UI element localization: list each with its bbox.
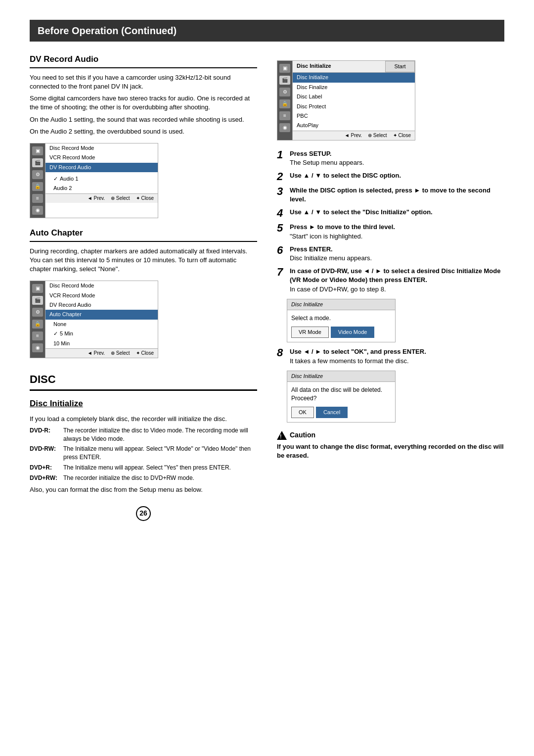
step-8: 8 Use ◄ / ► to select "OK", and press EN… xyxy=(277,347,504,365)
sm-icon-setup: ◉ xyxy=(279,123,290,132)
step-5-content: Press ► to move to the third level. "Sta… xyxy=(290,223,504,240)
page-number-container: 26 xyxy=(30,506,257,521)
step-8-text: It takes a few moments to format the dis… xyxy=(290,357,409,365)
step-2-content: Use ▲ / ▼ to select the DISC option. xyxy=(290,171,504,180)
step-8-content: Use ◄ / ► to select "OK", and press ENTE… xyxy=(290,347,504,365)
steps-list: 1 Press SETUP. The Setup menu appears. 2… xyxy=(277,149,504,423)
def-dvdprw-term: DVD+RW: xyxy=(30,474,63,482)
sm-icon-display: ≡ xyxy=(279,111,290,120)
ok-btn[interactable]: OK xyxy=(291,407,314,418)
ac-footer-select: ⊕ Select xyxy=(111,350,130,357)
step-7-content: In case of DVD-RW, use ◄ / ► to select a… xyxy=(290,267,504,294)
step-7-text: In case of DVD+RW, go to step 8. xyxy=(290,285,386,293)
ac-menu-auto-chapter: Auto Chapter xyxy=(45,310,158,319)
def-dvdrw-term: DVD-RW: xyxy=(30,445,63,462)
step-6-num: 6 xyxy=(277,245,287,256)
ac-menu-dv-record: DV Record Audio xyxy=(45,300,158,310)
dv-menu-item-dv-record: DV Record Audio xyxy=(45,163,158,172)
right-column: ▣ 🎬 ⚙ 🔒 ≡ ◉ Disc Initialize Start Disc I… xyxy=(277,53,504,521)
disc-init-menu2-title: Disc Initialize xyxy=(287,371,395,382)
step-1-bold: Press SETUP. xyxy=(290,150,331,157)
step-6-bold: Press ENTER. xyxy=(290,245,333,253)
def-dvdrw: DVD-RW: The Initialize menu will appear.… xyxy=(30,445,257,462)
sm-disc-initialize: Disc Initialize xyxy=(293,73,415,82)
step-7-bold: In case of DVD-RW, use ◄ / ► to select a… xyxy=(290,267,500,284)
sm-disc-label: Disc Label xyxy=(293,92,415,101)
dv-menu-panel: Disc Record Mode VCR Record Mode DV Reco… xyxy=(45,143,158,218)
disc-init-menu2-message: All data on the disc will be deleted. Pr… xyxy=(291,386,391,403)
dv-menu-footer: ◄ Prev. ⊕ Select ✦ Close xyxy=(45,193,158,203)
disc-initialize-section: Disc Initialize If you load a completely… xyxy=(30,398,257,494)
disc-init-para: If you load a completely blank disc, the… xyxy=(30,415,257,424)
ac-menu-footer: ◄ Prev. ⊕ Select ✦ Close xyxy=(45,348,158,358)
page-number: 26 xyxy=(136,506,151,521)
ac-icon-display: ≡ xyxy=(32,331,43,340)
step-3-bold: While the DISC option is selected, press… xyxy=(290,187,490,203)
icon-disc: ▣ xyxy=(32,146,43,155)
caution-text: If you want to change the disc format, e… xyxy=(277,442,504,460)
left-column: DV Record Audio You need to set this if … xyxy=(30,53,257,521)
def-dvdpr-term: DVD+R: xyxy=(30,464,63,472)
step-1-num: 1 xyxy=(277,149,287,160)
ac-menu-panel: Disc Record Mode VCR Record Mode DV Reco… xyxy=(45,281,158,358)
setup-menu-header-label: Disc Initialize xyxy=(293,61,385,72)
step-4: 4 Use ▲ / ▼ to select the "Disc Initiali… xyxy=(277,208,504,219)
step-4-content: Use ▲ / ▼ to select the "Disc Initialize… xyxy=(290,208,504,217)
ac-icon-setup: ◉ xyxy=(32,343,43,352)
footer-close: ✦ Close xyxy=(136,195,154,202)
ac-icon-film: 🎬 xyxy=(32,296,43,305)
step-5-text: "Start" icon is highlighted. xyxy=(290,233,362,240)
setup-menu-icons: ▣ 🎬 ⚙ 🔒 ≡ ◉ xyxy=(277,61,292,140)
sm-pbc: PBC xyxy=(293,111,415,121)
cancel-btn[interactable]: Cancel xyxy=(316,407,348,418)
dv-para-4: On the Audio 2 setting, the overdubbed s… xyxy=(30,127,257,136)
sm-autoplay: AutoPlay xyxy=(293,121,415,130)
icon-clock: 🔒 xyxy=(32,182,43,191)
disc-init-menu1-body: Select a mode. VR Mode Video Mode xyxy=(287,310,395,342)
step-2: 2 Use ▲ / ▼ to select the DISC option. xyxy=(277,171,504,182)
sm-footer-close: ✦ Close xyxy=(393,132,411,139)
step-7-num: 7 xyxy=(277,267,287,278)
auto-chapter-section: Auto Chapter During recording, chapter m… xyxy=(30,227,257,358)
video-mode-btn[interactable]: Video Mode xyxy=(331,327,375,338)
step-7: 7 In case of DVD-RW, use ◄ / ► to select… xyxy=(277,267,504,294)
def-dvdr: DVD-R: The recorder initialize the disc … xyxy=(30,426,257,443)
dv-record-audio-section: DV Record Audio You need to set this if … xyxy=(30,53,257,218)
disc-title: DISC xyxy=(30,372,257,391)
step-3: 3 While the DISC option is selected, pre… xyxy=(277,186,504,204)
sm-icon-disc: ▣ xyxy=(279,64,290,73)
dv-para-3: On the Audio 1 setting, the sound that w… xyxy=(30,115,257,124)
caution-box: Caution If you want to change the disc f… xyxy=(277,430,504,460)
icon-setup: ◉ xyxy=(32,206,43,215)
def-dvdprw: DVD+RW: The recorder initialize the disc… xyxy=(30,474,257,482)
disc-section: DISC Disc Initialize If you load a compl… xyxy=(30,372,257,494)
step-1-content: Press SETUP. The Setup menu appears. xyxy=(290,149,504,167)
dv-sub-audio2: Audio 2 xyxy=(45,184,158,193)
sm-disc-protect: Disc Protect xyxy=(293,102,415,111)
disc-init-menu2-body: All data on the disc will be deleted. Pr… xyxy=(287,382,395,422)
auto-chapter-para: During recording, chapter markers are ad… xyxy=(30,247,257,274)
sm-footer-prev: ◄ Prev. xyxy=(345,132,362,139)
sm-icon-film: 🎬 xyxy=(279,76,290,85)
dv-menu-item-disc-record: Disc Record Mode xyxy=(45,143,158,153)
def-dvdpr-desc: The Initialize menu will appear. Select … xyxy=(63,464,257,472)
sm-disc-finalize: Disc Finalize xyxy=(293,83,415,92)
ac-sub-5min: ✓ 5 Min xyxy=(45,329,158,338)
dv-para-1: You need to set this if you have a camco… xyxy=(30,73,257,91)
disc-init-footer-note: Also, you can format the disc from the S… xyxy=(30,485,257,494)
step-8-bold: Use ◄ / ► to select "OK", and press ENTE… xyxy=(290,348,426,355)
step-2-num: 2 xyxy=(277,171,287,182)
icon-display: ≡ xyxy=(32,194,43,203)
caution-title: Caution xyxy=(277,430,504,440)
ac-menu-disc-record: Disc Record Mode xyxy=(45,281,158,290)
disc-init-menu-2: Disc Initialize All data on the disc wil… xyxy=(287,371,396,423)
dv-record-audio-title: DV Record Audio xyxy=(30,53,257,68)
ac-footer-prev: ◄ Prev. xyxy=(88,350,105,357)
sm-footer-select: ⊕ Select xyxy=(368,132,387,139)
disc-initialize-title: Disc Initialize xyxy=(30,398,257,410)
vr-mode-btn[interactable]: VR Mode xyxy=(291,327,329,338)
sm-footer: ◄ Prev. ⊕ Select ✦ Close xyxy=(293,131,415,140)
ac-sub-none: None xyxy=(45,320,158,329)
disc-init-menu1-buttons: VR Mode Video Mode xyxy=(291,327,391,338)
disc-init-select-label: Select a mode. xyxy=(291,314,391,323)
